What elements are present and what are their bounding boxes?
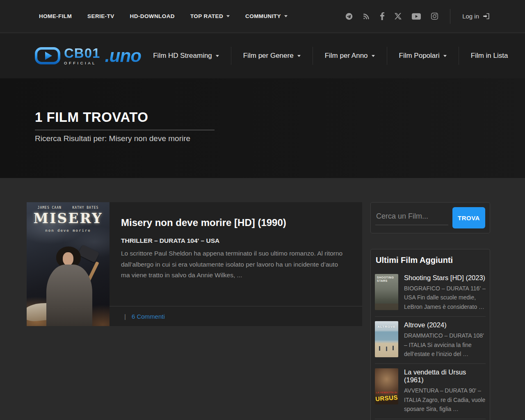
youtube-icon[interactable] [412, 13, 421, 20]
search-results-subtitle: Ricerca Risultati per: Misery non deve m… [35, 134, 190, 143]
latest-film-item[interactable]: ALTROVE Altrove (2024) DRAMMATICO – DURA… [375, 317, 486, 364]
latest-film-description: BIOGRAFICO – DURATA 116' – USA Fin dalle… [404, 284, 486, 311]
chevron-down-icon [216, 55, 219, 57]
poster-actor-left: JAMES CAAN [38, 206, 62, 210]
topnav-label: SERIE-TV [87, 13, 114, 19]
latest-film-description: DRAMMATICO – DURATA 108' – ITALIA Si avv… [404, 331, 486, 358]
sidebar-search-box: TROVA [370, 202, 490, 233]
page-title: 1 FILM TROVATO [35, 110, 148, 125]
poster-subtitle: non deve morire [27, 228, 110, 233]
chevron-down-icon [284, 15, 288, 17]
mainnav-item-film-popolari[interactable]: Film Popolari [387, 47, 459, 65]
mainnav-item-film-in-lista[interactable]: Film in Lista [459, 47, 508, 65]
topbar-divider [450, 9, 450, 24]
poster-figure-face [63, 252, 73, 265]
search-submit-button[interactable]: TROVA [452, 207, 485, 228]
topbar-right: Log in [345, 9, 490, 24]
topnav-label: COMMUNITY [245, 13, 281, 19]
latest-film-title[interactable]: Altrove (2024) [404, 321, 486, 329]
latest-film-thumbnail: LA VENDETTA DI URSUS [375, 368, 398, 404]
results-header-section: 1 FILM TROVATO Ricerca Risultati per: Mi… [0, 78, 525, 178]
topbar: HOME-FILM SERIE-TV HD-DOWNLOAD TOP RATED… [0, 0, 525, 33]
mainnav-label: Film per Anno [325, 52, 368, 60]
latest-film-title[interactable]: La vendetta di Ursus (1961) [404, 368, 486, 384]
login-label: Log in [462, 13, 479, 20]
topnav-item-serie-tv[interactable]: SERIE-TV [87, 13, 114, 19]
instagram-icon[interactable] [431, 13, 438, 20]
site-header: CB01 OFFICIAL .uno Film HD Streaming Fil… [0, 33, 525, 78]
mainnav-label: Film per Genere [243, 52, 294, 60]
chevron-down-icon [443, 55, 447, 57]
rss-icon[interactable] [363, 13, 370, 20]
latest-film-item[interactable]: LA VENDETTA DI URSUS La vendetta di Ursu… [375, 364, 486, 419]
film-card-body: Misery non deve morire [HD] (1990) THRIL… [110, 202, 362, 326]
telegram-icon[interactable] [345, 13, 353, 20]
site-logo[interactable]: CB01 OFFICIAL .uno [35, 46, 141, 66]
footer-separator: | [124, 313, 126, 320]
topnav-item-community[interactable]: COMMUNITY [245, 13, 288, 19]
logo-official: OFFICIAL [64, 61, 100, 65]
film-meta: THRILLER – DURATA 104' – USA [121, 237, 348, 244]
play-logo-icon [35, 46, 60, 65]
title-divider [35, 130, 215, 130]
latest-film-description: AVVENTURA – DURATA 90' – ITALIA Zagro, r… [404, 386, 486, 413]
x-icon[interactable] [395, 13, 402, 20]
main-nav: Film HD Streaming Film per Genere Film p… [141, 47, 508, 65]
comments-link[interactable]: 6 Commenti [132, 313, 165, 320]
facebook-icon[interactable] [380, 12, 384, 20]
thumbnail-caption: URSUS [375, 394, 398, 402]
thumbnail-caption: SHOOTING STARS [377, 276, 395, 283]
mainnav-label: Film HD Streaming [153, 52, 212, 60]
poster-title: MISERY [27, 210, 110, 226]
film-poster[interactable]: JAMES CAAN KATHY BATES MISERY non deve m… [27, 202, 110, 326]
poster-actors: JAMES CAAN KATHY BATES [27, 206, 110, 210]
thumbnail-figures-shape [379, 346, 380, 351]
latest-film-thumbnail: SHOOTING STARS [375, 274, 398, 310]
latest-film-info: Altrove (2024) DRAMMATICO – DURATA 108' … [404, 321, 486, 358]
film-description: Lo scrittore Paul Sheldon ha appena term… [121, 248, 348, 281]
logo-brand: CB01 [64, 46, 100, 60]
film-card-footer: | 6 Commenti [110, 306, 362, 326]
poster-hammer-head [78, 244, 99, 262]
film-result-card: JAMES CAAN KATHY BATES MISERY non deve m… [27, 202, 362, 326]
latest-film-info: La vendetta di Ursus (1961) AVVENTURA – … [404, 368, 486, 413]
topnav-label: HOME-FILM [39, 13, 72, 19]
latest-films-title: Ultimi Film Aggiunti [376, 256, 486, 265]
poster-figure-body [46, 265, 92, 326]
latest-film-info: Shooting Stars [HD] (2023) BIOGRAFICO – … [404, 274, 486, 311]
film-title-link[interactable]: Misery non deve morire [HD] (1990) [121, 217, 348, 228]
topnav-label: HD-DOWNLOAD [130, 13, 175, 19]
mainnav-item-film-hd-streaming[interactable]: Film HD Streaming [141, 47, 231, 65]
thumbnail-caption: ALTROVE [375, 325, 398, 329]
mainnav-item-film-per-genere[interactable]: Film per Genere [231, 47, 313, 65]
logo-text: CB01 OFFICIAL [64, 46, 100, 65]
topnav-item-home-film[interactable]: HOME-FILM [39, 13, 72, 19]
topnav-item-top-rated[interactable]: TOP RATED [190, 13, 230, 19]
topbar-nav: HOME-FILM SERIE-TV HD-DOWNLOAD TOP RATED… [39, 13, 288, 19]
topnav-item-hd-download[interactable]: HD-DOWNLOAD [130, 13, 175, 19]
mainnav-item-film-per-anno[interactable]: Film per Anno [313, 47, 387, 65]
logo-tld: .uno [105, 46, 141, 66]
latest-films-widget: Ultimi Film Aggiunti SHOOTING STARS Shoo… [370, 249, 490, 420]
chevron-down-icon [372, 55, 375, 57]
chevron-down-icon [226, 15, 230, 17]
latest-film-title[interactable]: Shooting Stars [HD] (2023) [404, 274, 486, 282]
poster-actor-right: KATHY BATES [72, 206, 98, 210]
sign-in-icon [483, 13, 490, 20]
mainnav-label: Film Popolari [399, 52, 440, 60]
chevron-down-icon [297, 55, 301, 57]
latest-film-item[interactable]: SHOOTING STARS Shooting Stars [HD] (2023… [375, 269, 486, 317]
login-button[interactable]: Log in [462, 13, 490, 20]
latest-film-thumbnail: ALTROVE [375, 321, 398, 357]
search-input[interactable] [375, 210, 448, 225]
topnav-label: TOP RATED [190, 13, 223, 19]
mainnav-label: Film in Lista [471, 52, 508, 60]
